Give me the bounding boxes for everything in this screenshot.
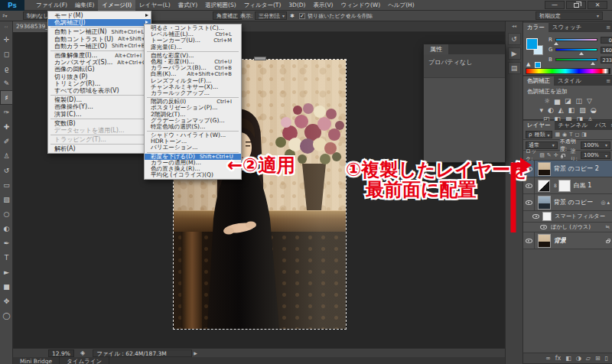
layer-filter-type-dropdown[interactable]: ρ 種類 ▾ <box>526 131 552 138</box>
tab-color[interactable]: カラー <box>523 23 549 32</box>
red-value-field[interactable]: 0 <box>601 37 612 44</box>
menu-item[interactable]: 自動カラー補正(O) Shift+Ctrl+B <box>48 43 151 50</box>
panel-menu-icon[interactable]: ≡ <box>606 23 612 32</box>
close-button[interactable]: ✕ <box>588 1 607 9</box>
adjustment-icon[interactable]: ☼ <box>544 97 550 105</box>
quick-selection-tool[interactable]: ✎ <box>0 76 13 90</box>
lasso-tool[interactable]: ϱ <box>0 61 13 76</box>
adjustment-icon[interactable]: ▨ <box>579 106 586 114</box>
layer-row-black-white-1[interactable]: 8 白黒 1 <box>523 177 612 194</box>
tool-preset[interactable]: ♯ ▾ <box>2 11 7 20</box>
menubar-item[interactable]: ヘルプ(H) <box>384 0 418 11</box>
lock-all-icon[interactable] <box>561 155 564 158</box>
hand-tool[interactable]: ✥ <box>0 294 13 308</box>
fill-field[interactable]: 100% ▾ <box>581 151 610 159</box>
menu-item[interactable]: すべての領域を表示(V) <box>48 87 151 94</box>
adjustment-icon[interactable]: ▾ <box>539 106 543 114</box>
slider-thumb[interactable] <box>554 42 558 45</box>
adjustment-icon[interactable]: ◧ <box>568 106 575 114</box>
dodge-tool[interactable]: ◐ <box>0 221 13 236</box>
blur-tool[interactable]: ○ <box>0 206 13 221</box>
reset-button[interactable]: ↺ <box>346 11 350 20</box>
minimize-button[interactable]: — <box>545 1 565 9</box>
blue-value-field[interactable]: 233 <box>601 57 612 63</box>
layers-footer-icon[interactable]: ▱ <box>586 355 591 362</box>
overlay-view-dropdown[interactable]: 三分割法 ▾ <box>255 11 287 20</box>
layer-thumbnail[interactable] <box>538 162 551 176</box>
gaussian-blur-filter-row[interactable]: ぼかし (ガウス) ≒ <box>523 223 612 232</box>
adjustment-icon[interactable]: ◫ <box>576 97 583 105</box>
checkbox-icon[interactable]: ✓ <box>299 13 305 19</box>
layers-footer-icon[interactable]: ▯ <box>605 355 608 362</box>
menu-item[interactable]: 特定色域の選択(S)... <box>145 124 241 130</box>
menubar-item[interactable]: レイヤー(L) <box>135 0 174 11</box>
eraser-tool[interactable]: ▭ <box>0 177 13 192</box>
tab-swatches[interactable]: スウォッチ <box>549 23 585 32</box>
layers-footer-icon[interactable]: fx <box>555 355 562 362</box>
lock-position-icon[interactable]: ✛ <box>554 152 558 158</box>
tab-channels[interactable]: チャンネル <box>555 121 591 130</box>
type-tool[interactable]: T <box>0 250 13 265</box>
tab-properties[interactable]: 属性 <box>424 44 448 54</box>
eye-icon[interactable] <box>540 225 547 229</box>
menu-item[interactable]: 露光量(E)... <box>145 44 241 50</box>
menu-item[interactable]: バリエーション... <box>145 145 241 151</box>
menu-item[interactable]: トラッピング(T)... <box>48 136 151 143</box>
layer-row-background-copy[interactable]: 背景 のコピー ◎▴ <box>523 194 612 211</box>
layers-footer-icon[interactable]: ◑ <box>576 355 581 362</box>
tab-paths[interactable]: パス <box>591 121 610 130</box>
delete-cropped-pixels-option[interactable]: ✓ 切り抜いたピクセルを削除 <box>299 11 373 20</box>
expand-panels-button[interactable]: ◂◂ <box>506 21 522 31</box>
menubar-item[interactable]: ファイル(F) <box>32 0 71 11</box>
menu-item[interactable]: 色調補正(J) <box>48 19 151 26</box>
straighten-button[interactable]: 角度補正 <box>213 11 242 20</box>
adjustment-icon[interactable]: ◪ <box>565 97 571 105</box>
adjustment-icon[interactable]: ▽ <box>587 97 592 105</box>
menu-item[interactable]: 演算(C)... <box>48 110 151 117</box>
menubar-item[interactable]: 選択範囲(S) <box>201 0 240 11</box>
panel-menu-icon[interactable]: ≡ <box>606 76 612 86</box>
healing-brush-tool[interactable]: ✚ <box>0 119 13 134</box>
menubar-item[interactable]: 書式(Y) <box>174 0 201 11</box>
adjustment-icon[interactable]: ◭ <box>558 106 564 114</box>
crop-options-gear-button[interactable]: ✱ <box>290 11 295 20</box>
zoom-tool[interactable]: ◯ <box>0 308 13 323</box>
red-slider[interactable] <box>555 38 597 41</box>
menu-item[interactable]: データセットを適用(L)... <box>48 127 151 134</box>
opacity-field[interactable]: 100% ▾ <box>581 141 610 149</box>
green-value-field[interactable]: 160 <box>601 47 612 54</box>
foreground-color-swatch[interactable] <box>526 38 538 50</box>
marquee-tool[interactable]: ◻ <box>0 47 13 61</box>
gradient-tool[interactable]: ▧ <box>0 192 13 206</box>
layers-footer-icon[interactable]: ◧ <box>565 355 571 362</box>
move-tool[interactable]: ✛ <box>0 32 13 47</box>
layer-thumbnail[interactable] <box>538 196 551 210</box>
path-selection-tool[interactable]: ► <box>0 265 13 279</box>
adjustment-icon[interactable]: ▅ <box>555 97 560 105</box>
shape-tool[interactable]: ■ <box>0 279 13 294</box>
layer-row-background[interactable]: 背景 <box>523 232 612 249</box>
menubar-item[interactable]: 3D(D) <box>285 0 309 11</box>
tab-adjustments[interactable]: 色調補正 <box>523 76 554 86</box>
lock-transparency-icon[interactable]: ▨ <box>539 152 545 158</box>
tab-styles[interactable]: スタイル <box>554 76 585 86</box>
layer-row-background-copy-2[interactable]: 背景 のコピー 2 <box>523 161 612 177</box>
menubar-item[interactable]: イメージ(I) <box>98 0 135 11</box>
filter-mask-thumbnail[interactable] <box>542 212 552 221</box>
crop-handle[interactable] <box>254 57 266 60</box>
zoom-level-field[interactable]: 12.9% <box>48 349 74 357</box>
slider-thumb[interactable] <box>579 52 584 55</box>
menubar-item[interactable]: 表示(V) <box>310 0 337 11</box>
layers-footer-icon[interactable]: ∞ <box>545 355 551 362</box>
workspace-dropdown[interactable]: 初期設定 ▾ <box>536 11 603 20</box>
slider-thumb[interactable] <box>591 62 595 65</box>
menu-item[interactable]: 解析(A) <box>48 145 151 152</box>
collapse-effects-icon[interactable]: ▴ <box>607 200 610 206</box>
menubar-item[interactable]: フィルター(T) <box>240 0 285 11</box>
layers-footer-icon[interactable]: ⊞ <box>595 355 601 362</box>
layer-thumbnail[interactable] <box>538 234 551 248</box>
menubar-item[interactable]: ウィンドウ(W) <box>337 0 385 11</box>
color-spectrum-ramp[interactable] <box>526 68 610 74</box>
restore-button[interactable] <box>566 1 586 9</box>
brush-tool[interactable]: ✐ <box>0 134 13 148</box>
